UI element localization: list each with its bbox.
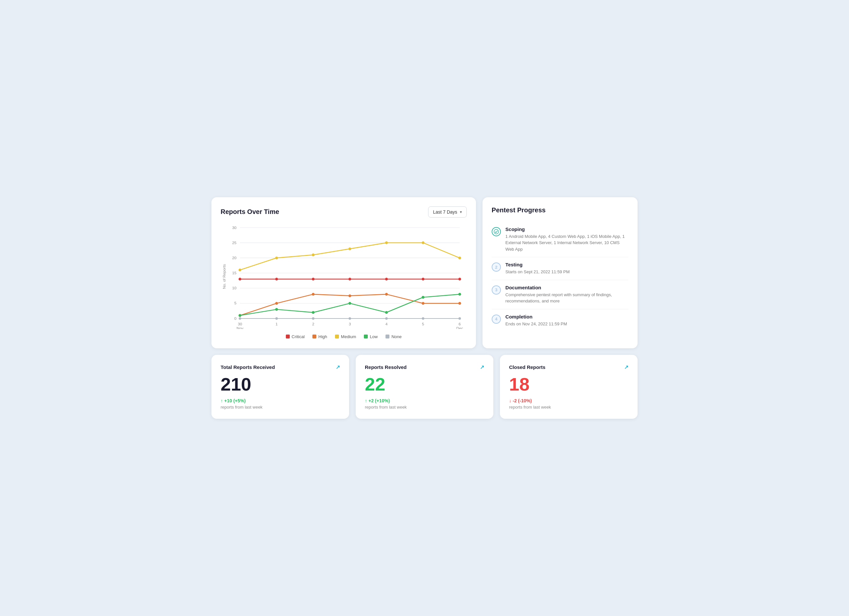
svg-point-43 — [238, 317, 241, 320]
step-desc-documentation: Comprehensive pentest report with summar… — [505, 292, 629, 304]
low-color — [364, 335, 368, 338]
svg-point-23 — [275, 278, 278, 280]
svg-point-46 — [349, 317, 351, 320]
svg-text:Dec: Dec — [456, 326, 463, 329]
stat-change-total: ↑ +10 (+5%) — [220, 398, 340, 403]
svg-point-33 — [385, 293, 388, 296]
stat-change-resolved: ↑ +2 (+10%) — [365, 398, 484, 403]
step-item-documentation: 3 Documentation Comprehensive pentest re… — [492, 280, 629, 309]
svg-point-44 — [276, 317, 278, 320]
chart-area: 0 5 10 15 20 25 30 No. of Reports — [220, 224, 467, 329]
svg-point-48 — [422, 317, 424, 320]
stat-card-resolved: Reports Resolved ↗ 22 ↑ +2 (+10%) report… — [356, 355, 493, 419]
step-icon-completion: 4 — [492, 315, 501, 324]
down-arrow-icon-closed: ↓ — [509, 398, 511, 403]
critical-color — [286, 335, 290, 338]
svg-point-25 — [349, 278, 352, 280]
step-icon-documentation: 3 — [492, 286, 501, 295]
stat-change-closed: ↓ -2 (-10%) — [509, 398, 629, 403]
check-icon — [494, 229, 499, 234]
step-icon-scoping — [492, 227, 501, 236]
chart-title: Reports Over Time — [220, 208, 279, 216]
stat-value-total: 210 — [220, 374, 340, 394]
step-item-completion: 4 Completion Ends on Nov 24, 2022 11:59 … — [492, 309, 629, 332]
legend-critical-label: Critical — [292, 334, 305, 339]
svg-point-32 — [349, 294, 352, 297]
high-color — [313, 335, 316, 338]
stat-card-closed: Closed Reports ↗ 18 ↓ -2 (-10%) reports … — [500, 355, 637, 419]
svg-point-26 — [385, 278, 388, 280]
svg-point-24 — [312, 278, 315, 280]
svg-point-21 — [458, 257, 461, 259]
svg-point-18 — [349, 247, 352, 250]
top-row: Reports Over Time Last 7 Days ▾ — [212, 197, 637, 348]
up-arrow-icon-total: ↑ — [220, 398, 223, 403]
svg-text:30: 30 — [232, 225, 237, 230]
step-desc-scoping: 1 Android Mobile App, 4 Custom Web App, … — [505, 233, 629, 253]
external-link-icon-resolved[interactable]: ↗ — [480, 364, 484, 370]
pentest-step-list: Scoping 1 Android Mobile App, 4 Custom W… — [492, 222, 629, 332]
svg-point-47 — [385, 317, 388, 320]
step-item-scoping: Scoping 1 Android Mobile App, 4 Custom W… — [492, 222, 629, 257]
svg-point-19 — [385, 241, 388, 244]
stat-sublabel-total: reports from last week — [220, 405, 340, 409]
step-name-testing: Testing — [505, 262, 570, 267]
stat-title-resolved: Reports Resolved ↗ — [365, 364, 484, 370]
svg-text:0: 0 — [234, 316, 237, 320]
external-link-icon-total[interactable]: ↗ — [336, 364, 340, 370]
up-arrow-icon-resolved: ↑ — [365, 398, 367, 403]
svg-text:30: 30 — [238, 322, 242, 326]
bottom-row: Total Reports Received ↗ 210 ↑ +10 (+5%)… — [212, 355, 637, 419]
dropdown-label: Last 7 Days — [433, 209, 457, 214]
time-range-dropdown[interactable]: Last 7 Days ▾ — [428, 207, 467, 217]
svg-point-40 — [385, 311, 388, 314]
svg-text:6: 6 — [459, 322, 461, 326]
svg-point-17 — [312, 253, 315, 256]
medium-color — [335, 335, 339, 338]
chart-card: Reports Over Time Last 7 Days ▾ — [212, 197, 476, 348]
step-item-testing: 2 Testing Starts on Sept 21, 2022 11:59 … — [492, 257, 629, 280]
svg-point-59 — [494, 229, 499, 234]
svg-point-41 — [422, 296, 424, 299]
svg-text:5: 5 — [234, 301, 237, 305]
svg-text:1: 1 — [276, 322, 278, 326]
legend-critical: Critical — [286, 334, 305, 339]
legend-medium-label: Medium — [341, 334, 356, 339]
legend-high-label: High — [318, 334, 327, 339]
svg-point-36 — [238, 314, 241, 317]
stat-title-closed: Closed Reports ↗ — [509, 364, 629, 370]
svg-point-22 — [238, 278, 241, 280]
svg-point-31 — [312, 293, 315, 296]
step-name-documentation: Documentation — [505, 285, 629, 290]
svg-text:Nov: Nov — [237, 326, 244, 329]
svg-point-38 — [312, 311, 315, 314]
legend-none: None — [386, 334, 402, 339]
svg-point-30 — [275, 302, 278, 305]
stat-sublabel-resolved: reports from last week — [365, 405, 484, 409]
svg-text:No. of Reports: No. of Reports — [222, 264, 226, 289]
svg-point-16 — [275, 257, 278, 259]
stat-sublabel-closed: reports from last week — [509, 405, 629, 409]
svg-text:5: 5 — [422, 322, 424, 326]
svg-point-20 — [422, 241, 424, 244]
svg-point-28 — [458, 278, 461, 280]
step-desc-completion: Ends on Nov 24, 2022 11:59 PM — [505, 321, 567, 327]
legend-low-label: Low — [370, 334, 378, 339]
chart-svg: 0 5 10 15 20 25 30 No. of Reports — [220, 224, 467, 329]
legend-low: Low — [364, 334, 378, 339]
stat-value-closed: 18 — [509, 374, 629, 394]
step-name-completion: Completion — [505, 314, 567, 320]
svg-text:15: 15 — [232, 270, 237, 275]
chart-header: Reports Over Time Last 7 Days ▾ — [220, 207, 467, 217]
svg-point-27 — [422, 278, 424, 280]
svg-text:4: 4 — [386, 322, 388, 326]
stat-value-resolved: 22 — [365, 374, 484, 394]
step-content-scoping: Scoping 1 Android Mobile App, 4 Custom W… — [505, 226, 629, 253]
svg-point-45 — [312, 317, 315, 320]
pentest-title: Pentest Progress — [492, 207, 629, 214]
legend-none-label: None — [392, 334, 402, 339]
svg-text:3: 3 — [349, 322, 351, 326]
legend-medium: Medium — [335, 334, 356, 339]
external-link-icon-closed[interactable]: ↗ — [624, 364, 629, 370]
legend-high: High — [313, 334, 327, 339]
